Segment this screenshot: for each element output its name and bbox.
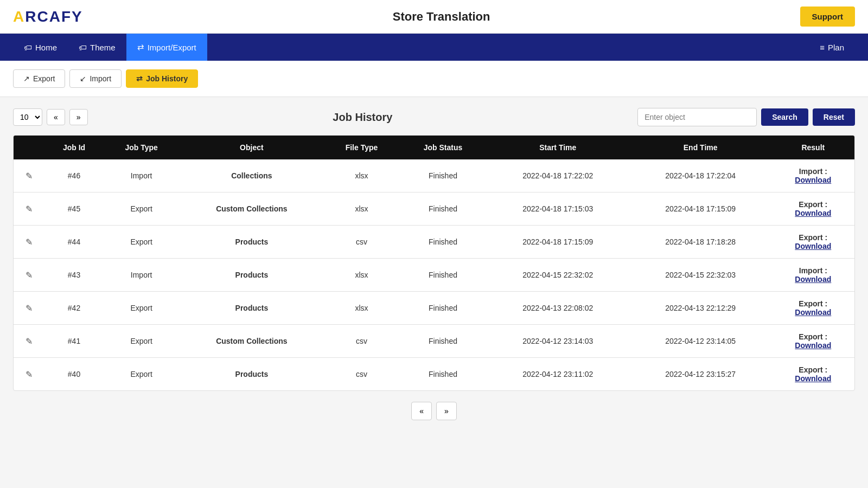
sub-nav-export-button[interactable]: ↗ Export xyxy=(13,69,65,88)
logo-letter-a: A xyxy=(13,8,25,25)
end-time-cell: 2022-04-12 23:15:27 xyxy=(629,358,772,391)
edit-icon[interactable]: ✎ xyxy=(25,304,33,313)
edit-icon[interactable]: ✎ xyxy=(25,370,33,379)
result-cell: Import : Download xyxy=(772,259,854,292)
object-cell: Products xyxy=(180,259,324,292)
object-cell: Products xyxy=(180,226,324,259)
job-type-cell: Export xyxy=(103,226,180,259)
toolbar-left: 10 25 50 « » xyxy=(13,108,88,126)
logo-text: ARCAFY xyxy=(13,8,83,25)
job-id-cell: #44 xyxy=(45,226,103,259)
file-type-cell: xlsx xyxy=(324,259,400,292)
search-input[interactable] xyxy=(637,108,757,126)
edit-cell[interactable]: ✎ xyxy=(14,358,45,391)
sub-nav-job-history-button[interactable]: ⇄ Job History xyxy=(126,69,198,88)
start-time-cell: 2022-04-18 17:22:02 xyxy=(487,159,629,192)
col-header-job-status: Job Status xyxy=(399,136,487,159)
result-cell: Export : Download xyxy=(772,358,854,391)
job-id-cell: #46 xyxy=(45,159,103,192)
table-row: ✎ #41 Export Custom Collections csv Fini… xyxy=(14,325,854,358)
col-header-job-type: Job Type xyxy=(103,136,180,159)
job-status-cell: Finished xyxy=(399,192,487,226)
bottom-pagination: « » xyxy=(13,391,855,431)
download-link[interactable]: Download xyxy=(795,308,831,317)
nav-item-home[interactable]: 🏷 Home xyxy=(13,34,68,61)
reset-button[interactable]: Reset xyxy=(813,108,855,126)
nav-plan-label: Plan xyxy=(828,43,844,52)
job-id-cell: #43 xyxy=(45,259,103,292)
toolbar: 10 25 50 « » Job History Search Reset xyxy=(13,108,855,126)
result-cell: Export : Download xyxy=(772,192,854,226)
edit-icon[interactable]: ✎ xyxy=(25,271,33,280)
result-cell: Export : Download xyxy=(772,292,854,325)
start-time-cell: 2022-04-12 23:14:03 xyxy=(487,325,629,358)
plan-icon: ≡ xyxy=(820,43,825,52)
result-cell: Export : Download xyxy=(772,226,854,259)
page-size-select[interactable]: 10 25 50 xyxy=(13,108,42,126)
edit-icon[interactable]: ✎ xyxy=(25,171,33,181)
job-id-cell: #45 xyxy=(45,192,103,226)
prev-page-button[interactable]: « xyxy=(47,109,65,125)
col-header-actions xyxy=(14,136,45,159)
edit-cell[interactable]: ✎ xyxy=(14,226,45,259)
object-cell: Custom Collections xyxy=(180,325,324,358)
file-type-cell: csv xyxy=(324,325,400,358)
toolbar-title: Job History xyxy=(333,111,392,123)
job-status-cell: Finished xyxy=(399,325,487,358)
edit-cell[interactable]: ✎ xyxy=(14,292,45,325)
download-link[interactable]: Download xyxy=(795,341,831,350)
result-cell: Export : Download xyxy=(772,325,854,358)
nav-item-theme[interactable]: 🏷 Theme xyxy=(68,34,126,61)
logo: ARCAFY xyxy=(13,8,83,25)
main-content: 10 25 50 « » Job History Search Reset Jo… xyxy=(0,97,868,442)
nav-right-plan[interactable]: ≡ Plan xyxy=(809,34,855,61)
import-sub-icon: ↙ xyxy=(80,74,86,83)
theme-icon: 🏷 xyxy=(79,43,87,52)
edit-cell[interactable]: ✎ xyxy=(14,259,45,292)
edit-cell[interactable]: ✎ xyxy=(14,159,45,192)
table-row: ✎ #46 Import Collections xlsx Finished 2… xyxy=(14,159,854,192)
job-status-cell: Finished xyxy=(399,358,487,391)
nav-left: 🏷 Home 🏷 Theme ⇄ Import/Export xyxy=(13,34,207,61)
table-row: ✎ #45 Export Custom Collections xlsx Fin… xyxy=(14,192,854,226)
nav-bar: 🏷 Home 🏷 Theme ⇄ Import/Export ≡ Plan xyxy=(0,34,868,61)
job-status-cell: Finished xyxy=(399,159,487,192)
end-time-cell: 2022-04-18 17:18:28 xyxy=(629,226,772,259)
col-header-job-id: Job Id xyxy=(45,136,103,159)
download-link[interactable]: Download xyxy=(795,275,831,284)
next-page-button[interactable]: » xyxy=(69,109,88,125)
job-type-cell: Export xyxy=(103,192,180,226)
support-button[interactable]: Support xyxy=(800,7,856,27)
start-time-cell: 2022-04-12 23:11:02 xyxy=(487,358,629,391)
sub-nav-job-history-label: Job History xyxy=(146,74,188,83)
download-link[interactable]: Download xyxy=(795,242,831,251)
download-link[interactable]: Download xyxy=(795,176,831,184)
download-link[interactable]: Download xyxy=(795,209,831,217)
job-id-cell: #41 xyxy=(45,325,103,358)
edit-cell[interactable]: ✎ xyxy=(14,325,45,358)
bottom-prev-button[interactable]: « xyxy=(411,402,432,420)
edit-icon[interactable]: ✎ xyxy=(25,337,33,346)
edit-cell[interactable]: ✎ xyxy=(14,192,45,226)
nav-item-import-export[interactable]: ⇄ Import/Export xyxy=(126,34,207,61)
download-link[interactable]: Download xyxy=(795,374,831,383)
table-header-row: Job Id Job Type Object File Type Job Sta… xyxy=(14,136,854,159)
bottom-next-button[interactable]: » xyxy=(436,402,457,420)
sub-nav-export-label: Export xyxy=(33,74,55,83)
nav-label-theme: Theme xyxy=(90,43,116,52)
col-header-start-time: Start Time xyxy=(487,136,629,159)
sub-nav-import-button[interactable]: ↙ Import xyxy=(69,69,122,88)
import-export-icon: ⇄ xyxy=(137,42,144,52)
object-cell: Collections xyxy=(180,159,324,192)
search-button[interactable]: Search xyxy=(761,108,808,126)
toolbar-center: Job History xyxy=(88,111,638,124)
nav-label-home: Home xyxy=(35,43,57,52)
edit-icon[interactable]: ✎ xyxy=(25,204,33,214)
end-time-cell: 2022-04-13 22:12:29 xyxy=(629,292,772,325)
edit-icon[interactable]: ✎ xyxy=(25,237,33,247)
job-status-cell: Finished xyxy=(399,226,487,259)
logo-rest: RCAFY xyxy=(25,8,82,25)
job-status-cell: Finished xyxy=(399,292,487,325)
start-time-cell: 2022-04-18 17:15:03 xyxy=(487,192,629,226)
job-id-cell: #40 xyxy=(45,358,103,391)
